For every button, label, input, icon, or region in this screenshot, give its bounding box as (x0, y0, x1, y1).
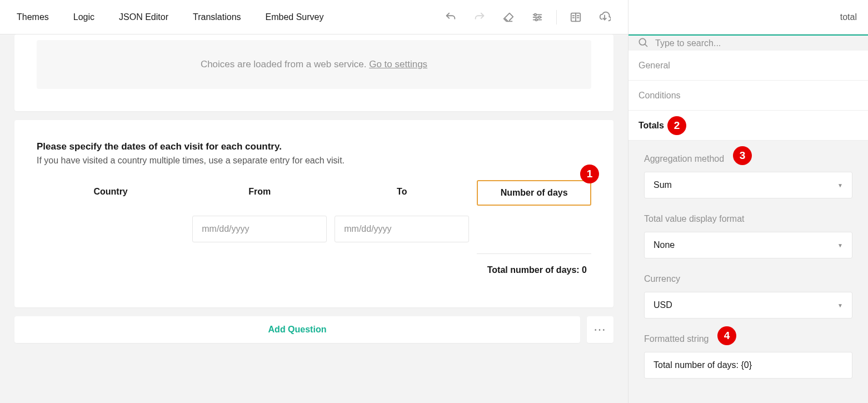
badge-4: 4 (717, 326, 736, 345)
tab-json-editor[interactable]: JSON Editor (107, 0, 181, 34)
cell-number-of-days[interactable] (477, 216, 591, 242)
panel-search-input[interactable] (655, 38, 859, 48)
badge-2: 2 (667, 116, 686, 135)
matrix-total: Total number of days: 0 (477, 253, 591, 286)
panel-search[interactable] (628, 36, 868, 51)
redo-icon (470, 7, 490, 27)
label-currency: Currency (644, 274, 852, 284)
panel-tab-general[interactable]: General (628, 51, 868, 81)
go-to-settings-link[interactable]: Go to settings (369, 59, 427, 69)
question-card-matrix[interactable]: Please specify the dates of each visit f… (14, 120, 613, 307)
chevron-down-icon: ▼ (837, 242, 843, 248)
matrix-table: Country From To Number of days 1 (37, 180, 591, 286)
svg-point-5 (535, 18, 537, 21)
top-tabs: Themes Logic JSON Editor Translations Em… (4, 0, 336, 34)
label-formatted-string: Formatted string (644, 334, 709, 344)
tab-embed-survey[interactable]: Embed Survey (253, 0, 336, 34)
top-bar: Themes Logic JSON Editor Translations Em… (0, 0, 628, 34)
question-description: If you have visited a country multiple t… (37, 156, 591, 166)
download-icon[interactable] (595, 7, 615, 27)
choices-web-service-info: Choices are loaded from a web service. G… (37, 40, 591, 89)
svg-point-3 (535, 13, 537, 16)
separator (556, 10, 557, 24)
select-value: Sum (654, 180, 672, 190)
panel-header: total (628, 0, 868, 34)
eraser-icon[interactable] (498, 7, 518, 27)
label-aggregation-method: Aggregation method (644, 154, 724, 164)
panel-tab-label: Totals (638, 121, 664, 131)
preview-icon[interactable] (566, 7, 586, 27)
question-card-dropdown[interactable]: Choices are loaded from a web service. G… (14, 34, 613, 111)
settings-icon[interactable] (527, 7, 547, 27)
label-display-format: Total value display format (644, 214, 852, 224)
column-from[interactable]: From (192, 180, 327, 206)
cell-to-input[interactable] (335, 216, 469, 242)
svg-point-4 (538, 16, 541, 18)
column-to[interactable]: To (335, 180, 469, 206)
panel-tabs: General Conditions Totals 2 (628, 51, 868, 141)
select-value: None (654, 240, 675, 250)
add-question-button[interactable]: Add Question (14, 316, 580, 343)
tab-themes[interactable]: Themes (4, 0, 61, 34)
tab-logic[interactable]: Logic (61, 0, 107, 34)
tab-translations[interactable]: Translations (181, 0, 253, 34)
cell-from-input[interactable] (192, 216, 327, 242)
panel-tab-conditions[interactable]: Conditions (628, 81, 868, 111)
select-value: USD (654, 300, 672, 310)
design-canvas[interactable]: Choices are loaded from a web service. G… (0, 34, 628, 403)
column-label: Number of days (501, 188, 568, 197)
column-country[interactable]: Country (37, 180, 184, 206)
chevron-down-icon: ▼ (837, 182, 843, 188)
panel-form: Aggregation method 3 Sum ▼ Total value d… (628, 141, 868, 403)
svg-line-14 (645, 44, 647, 46)
add-question-more-button[interactable]: ⋯ (587, 316, 613, 343)
property-panel: total General Conditions Totals 2 Aggreg… (628, 0, 868, 403)
panel-object-label: total (840, 12, 857, 22)
question-title: Please specify the dates of each visit f… (37, 141, 591, 152)
select-currency[interactable]: USD ▼ (644, 292, 852, 319)
chevron-down-icon: ▼ (837, 302, 843, 309)
top-actions (441, 7, 623, 27)
badge-3: 3 (733, 146, 752, 165)
info-text: Choices are loaded from a web service. (201, 59, 369, 69)
panel-tab-totals[interactable]: Totals 2 (628, 111, 868, 141)
select-aggregation-method[interactable]: Sum ▼ (644, 172, 852, 198)
input-formatted-string[interactable] (644, 352, 852, 379)
select-display-format[interactable]: None ▼ (644, 232, 852, 258)
cell-country[interactable] (37, 216, 184, 242)
badge-1: 1 (580, 165, 599, 183)
column-number-of-days[interactable]: Number of days 1 (477, 180, 591, 206)
search-icon (637, 37, 648, 50)
undo-icon[interactable] (441, 7, 461, 27)
